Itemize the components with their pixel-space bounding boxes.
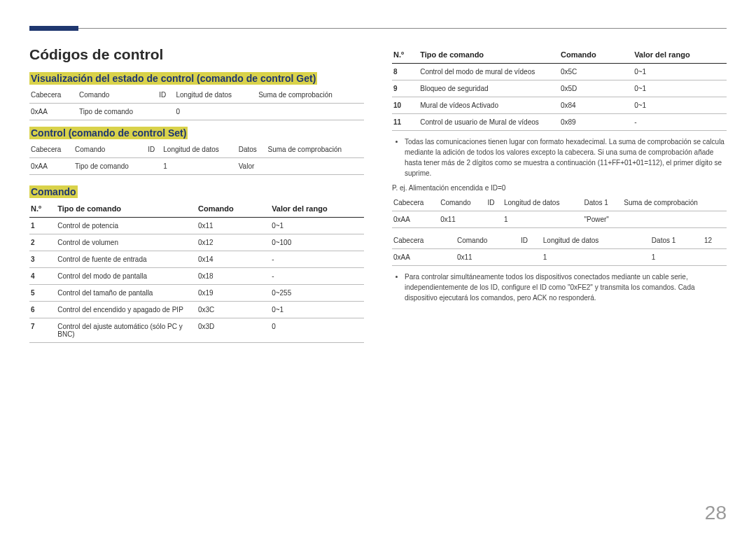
table-row: 8Control del modo de mural de vídeos0x5C… [392, 64, 727, 80]
col-header: Datos [237, 141, 267, 158]
example-table-1: Cabecera Comando ID Longitud de datos Da… [392, 195, 727, 228]
table-header-row: Cabecera Comando ID Longitud de datos Da… [392, 195, 727, 211]
right-column: N.º Tipo de comando Comando Valor del ra… [392, 46, 727, 343]
col-header: Cabecera [29, 87, 78, 104]
col-header: Comando [78, 87, 158, 104]
col-header: Cabecera [29, 141, 74, 158]
table-row: 4Control del modo de pantalla0x18- [29, 268, 364, 285]
table-header-row: Cabecera Comando ID Longitud de datos Da… [29, 141, 364, 158]
table-row: 2Control de volumen0x120~100 [29, 234, 364, 251]
col-header: Longitud de datos [174, 87, 257, 104]
table-row: 10Mural de vídeos Activado0x840~1 [392, 97, 727, 114]
col-header: Suma de comprobación [267, 141, 364, 158]
page-title: Códigos de control [29, 46, 364, 63]
col-header: ID [158, 87, 174, 104]
table-header-row: Cabecera Comando ID Longitud de datos Su… [29, 87, 364, 104]
page: Códigos de control Visualización del est… [0, 0, 756, 534]
table-row: 11Control de usuario de Mural de vídeos0… [392, 114, 727, 131]
example-table-2: Cabecera Comando ID Longitud de datos Da… [392, 232, 727, 266]
table-row: 1Control de potencia0x110~1 [29, 218, 364, 234]
table-row: 0xAA Tipo de comando 1 Valor [29, 158, 364, 175]
heading-highlight: Visualización del estado de control (com… [29, 72, 317, 85]
two-column-layout: Códigos de control Visualización del est… [29, 46, 727, 343]
left-column: Códigos de control Visualización del est… [29, 46, 364, 343]
table-row: 5Control del tamaño de pantalla0x190~255 [29, 285, 364, 302]
commands-table-right: N.º Tipo de comando Comando Valor del ra… [392, 46, 727, 131]
table-row: 9Bloqueo de seguridad0x5D0~1 [392, 80, 727, 97]
table-row: 7Control del ajuste automático (sólo PC … [29, 318, 364, 343]
section-command-heading: Comando [29, 186, 364, 197]
table-row: 0xAA 0x11 1 1 [392, 249, 727, 266]
table-row: 0xAA 0x11 1 "Power" [392, 211, 727, 228]
get-table: Cabecera Comando ID Longitud de datos Su… [29, 87, 364, 120]
set-table: Cabecera Comando ID Longitud de datos Da… [29, 141, 364, 175]
page-number: 28 [705, 502, 727, 524]
notes-list-2: Para controlar simultáneamente todos los… [392, 272, 727, 303]
col-header: Comando [74, 141, 146, 158]
heading-highlight: Control (comando de control Set) [29, 127, 188, 139]
table-row: 0xAA Tipo de comando 0 [29, 104, 364, 120]
table-row: 6Control del encendido y apagado de PIP0… [29, 302, 364, 318]
section-set-heading: Control (comando de control Set) [29, 127, 364, 139]
note-item: Todas las comunicaciones tienen lugar co… [405, 136, 727, 178]
section-get-heading: Visualización del estado de control (com… [29, 73, 364, 84]
col-header: Longitud de datos [162, 141, 237, 158]
table-header-row: Cabecera Comando ID Longitud de datos Da… [392, 232, 727, 249]
table-header-row: N.º Tipo de comando Comando Valor del ra… [29, 200, 364, 218]
col-header: ID [146, 141, 162, 158]
table-header-row: N.º Tipo de comando Comando Valor del ra… [392, 46, 727, 64]
heading-highlight: Comando [29, 185, 78, 198]
col-header: Suma de comprobación [257, 87, 364, 104]
commands-table-left: N.º Tipo de comando Comando Valor del ra… [29, 200, 364, 343]
table-row: 3Control de fuente de entrada0x14- [29, 251, 364, 268]
top-accent-bar [29, 26, 78, 31]
top-rule [29, 28, 727, 29]
note-item: Para controlar simultáneamente todos los… [405, 272, 727, 303]
notes-list: Todas las comunicaciones tienen lugar co… [392, 136, 727, 178]
example-label: P. ej. Alimentación encendida e ID=0 [392, 184, 727, 192]
